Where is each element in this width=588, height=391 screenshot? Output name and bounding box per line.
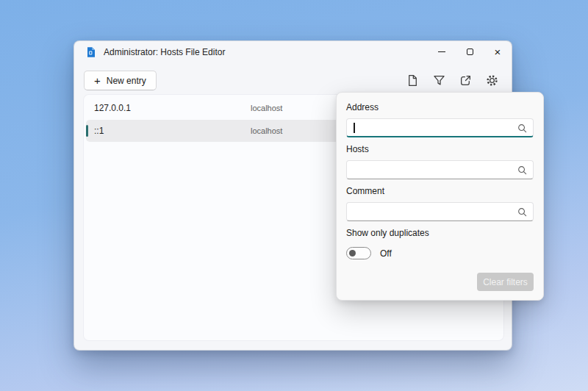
window-title: Administrator: Hosts File Editor xyxy=(104,47,225,57)
duplicates-toggle-row: Off xyxy=(346,247,534,259)
titlebar[interactable]: Administrator: Hosts File Editor × xyxy=(74,41,512,63)
filter-icon xyxy=(433,74,445,87)
minimize-button[interactable] xyxy=(428,41,456,62)
plus-icon: + xyxy=(94,75,101,86)
filter-flyout: Address Hosts Comment Show only duplicat… xyxy=(336,92,544,301)
open-external-icon xyxy=(459,74,472,87)
open-external-button[interactable] xyxy=(454,70,476,91)
entry-address: ::1 xyxy=(94,126,104,136)
show-only-duplicates-label: Show only duplicates xyxy=(346,228,534,239)
duplicates-toggle[interactable] xyxy=(346,247,371,259)
search-icon xyxy=(517,123,527,133)
new-file-button[interactable] xyxy=(401,70,423,91)
comment-filter-input[interactable] xyxy=(347,203,533,220)
search-icon xyxy=(517,165,527,175)
gear-icon xyxy=(486,74,498,87)
comment-filter-field xyxy=(346,202,534,221)
new-entry-label: New entry xyxy=(107,76,146,86)
toolbar-icons xyxy=(401,70,503,91)
close-button[interactable]: × xyxy=(484,41,512,62)
toggle-state-label: Off xyxy=(380,248,392,259)
app-icon xyxy=(85,46,97,58)
hosts-filter-input[interactable] xyxy=(347,161,533,179)
window-controls: × xyxy=(428,41,512,62)
close-icon: × xyxy=(495,46,501,57)
entry-hosts: localhost xyxy=(251,104,282,112)
filter-button[interactable] xyxy=(428,70,450,91)
address-filter-input[interactable] xyxy=(347,119,533,136)
new-entry-button[interactable]: + New entry xyxy=(84,71,157,90)
address-label: Address xyxy=(346,102,534,113)
comment-label: Comment xyxy=(346,186,534,197)
settings-button[interactable] xyxy=(481,70,503,91)
toggle-knob xyxy=(349,250,356,257)
text-caret xyxy=(354,123,355,133)
new-file-icon xyxy=(406,74,419,87)
hosts-label: Hosts xyxy=(346,144,534,155)
minimize-icon xyxy=(438,51,445,52)
maximize-icon xyxy=(467,49,473,55)
clear-filters-button[interactable]: Clear filters xyxy=(477,273,534,291)
selection-indicator xyxy=(86,125,88,137)
maximize-button[interactable] xyxy=(456,41,484,62)
entry-hosts: localhost xyxy=(251,126,282,135)
desktop: Administrator: Hosts File Editor × + New… xyxy=(0,0,588,391)
search-icon xyxy=(517,207,527,217)
entry-address: 127.0.0.1 xyxy=(94,103,131,113)
hosts-filter-field xyxy=(346,160,534,179)
address-filter-field xyxy=(346,118,534,137)
